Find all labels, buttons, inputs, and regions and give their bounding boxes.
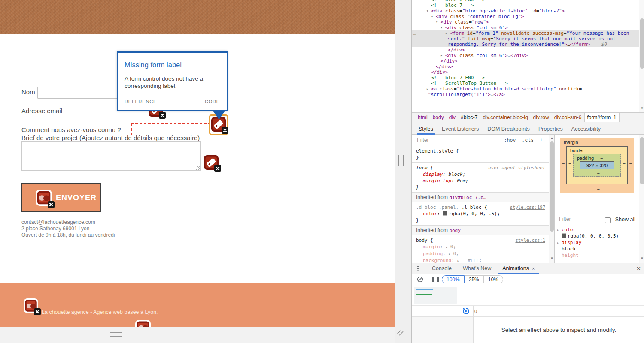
dismiss-x-icon[interactable] (34, 308, 41, 315)
collapse-arrow-icon[interactable]: ▾ (431, 14, 433, 18)
css-property[interactable]: padding (423, 251, 443, 256)
playback-rate-10[interactable]: 10% (484, 275, 503, 283)
css-value[interactable]: 0; (450, 244, 456, 250)
border-right-value[interactable]: − (623, 161, 626, 166)
dom-tree-row[interactable]: responding, Sorry for the inconvenience!… (412, 42, 639, 47)
padding-bottom-value[interactable]: − (597, 171, 600, 176)
css-value[interactable]: rgba(0, 0, 0, .5); (449, 211, 500, 217)
expand-arrow-icon[interactable]: ▸ (557, 227, 559, 233)
scrollbar-thumb[interactable] (640, 18, 644, 69)
dom-tree-row[interactable]: </div> (412, 69, 639, 75)
color-swatch[interactable] (443, 211, 447, 216)
margin-left-value[interactable]: − (562, 161, 565, 166)
dom-tree-row[interactable]: <!-- bloc-7 END --> (412, 75, 639, 81)
collapse-arrow-icon[interactable]: ▾ (440, 25, 443, 30)
breadcrumb-item[interactable]: body (430, 113, 447, 122)
css-property[interactable]: color (423, 211, 437, 217)
dom-tree-row[interactable]: </div> (412, 47, 639, 53)
dom-tree-row[interactable]: sent." fail-msg="Sorry it seems that our… (412, 36, 639, 42)
margin-right-value[interactable]: − (629, 161, 632, 166)
tab-accessibility[interactable]: Accessibility (567, 123, 605, 135)
animation-group-preview[interactable] (414, 287, 457, 304)
drawer-tab-console[interactable]: Console (426, 263, 457, 274)
css-selector[interactable]: .d-bloc .panel, (416, 205, 459, 210)
dom-tree-row[interactable]: "scrollToTarget('1')">…</a> (412, 92, 639, 97)
drag-handle-icon[interactable] (110, 332, 122, 337)
css-selector[interactable]: .l-bloc (459, 205, 481, 210)
playback-rate-25[interactable]: 25% (465, 275, 484, 283)
wave-contrast-icon[interactable] (36, 190, 52, 206)
dom-tree-row[interactable]: …▸<form id="form_1" novalidate success-m… (412, 30, 639, 36)
dom-tree-row[interactable]: </div> (412, 58, 639, 64)
dom-tree-row[interactable]: </div> (412, 64, 639, 69)
css-property[interactable]: background (423, 258, 451, 263)
tab-properties[interactable]: Properties (534, 123, 567, 135)
computed-property[interactable]: ▸display (555, 239, 639, 246)
css-value[interactable]: block; (449, 172, 466, 177)
css-declaration[interactable]: background: ▸ #FFF; (412, 257, 549, 263)
dom-tree-row[interactable]: ▾<div class="container bloc-lg"> (412, 14, 639, 19)
filter-button[interactable]: + (540, 137, 543, 143)
wave-error-tag-icon-textarea[interactable] (204, 155, 219, 170)
resize-grip-icon[interactable] (196, 166, 200, 170)
expand-arrow-icon[interactable]: ▸ (445, 31, 447, 35)
tab-dom-breakpoints[interactable]: DOM Breakpoints (483, 123, 534, 135)
dismiss-x-icon[interactable] (159, 112, 166, 119)
css-property[interactable]: margin (423, 244, 440, 250)
css-value[interactable]: #FFF; (468, 258, 482, 263)
dom-tree-row[interactable]: ▾<div class="bloc bgc-white l-bloc" id="… (412, 8, 639, 14)
filter-button[interactable]: .cls (522, 137, 534, 143)
clear-all-icon[interactable] (417, 276, 423, 284)
pane-divider[interactable] (395, 0, 412, 343)
stylesheet-link[interactable]: user agent stylesheet (488, 165, 545, 171)
brief-textarea[interactable] (21, 141, 201, 171)
border-left-value[interactable]: − (568, 161, 571, 166)
styles-filter-input[interactable]: Filter (417, 137, 429, 143)
drawer-tab-animations[interactable]: Animations× (497, 263, 540, 274)
css-declaration[interactable]: display: block; (412, 171, 549, 178)
margin-top-value[interactable]: − (597, 139, 600, 144)
scrollbar-thumb[interactable] (640, 137, 644, 184)
padding-right-value[interactable]: − (616, 162, 619, 167)
dom-tree-row[interactable]: <!-- ScrollToTop Button --> (412, 81, 639, 86)
connu-input-highlighted[interactable] (131, 123, 211, 135)
color-swatch[interactable] (562, 233, 566, 238)
css-selector[interactable]: body (416, 238, 428, 243)
pause-icon[interactable] (432, 277, 439, 282)
expand-arrow-icon[interactable]: ▸ (557, 240, 559, 246)
playback-rate-100[interactable]: 100% (442, 275, 465, 283)
inherited-node-link[interactable]: div#bloc-7.b… (449, 195, 486, 200)
stylesheet-link[interactable]: style.css:1 (515, 237, 545, 244)
tab-event-listeners[interactable]: Event Listeners (437, 123, 483, 135)
border-bottom-value[interactable]: − (597, 178, 600, 184)
css-value[interactable]: 0em; (457, 178, 468, 184)
dom-tree-row[interactable]: ▸<div class="col-sm-6">…</div> (412, 53, 639, 58)
envoyer-button[interactable]: ENVOYER (21, 183, 101, 212)
scroll-down-icon[interactable]: ▼ (639, 106, 644, 110)
box-model-content[interactable]: 922 × 320 (580, 161, 614, 169)
margin-bottom-value[interactable]: − (597, 187, 600, 192)
expand-arrow-icon[interactable]: ▸ (457, 259, 462, 263)
computed-property[interactable]: ▸color (555, 226, 639, 233)
expand-arrow-icon[interactable]: ▸ (446, 245, 450, 249)
stylesheet-link[interactable]: style.css:197 (510, 204, 545, 211)
collapse-arrow-icon[interactable]: ▾ (426, 9, 428, 13)
show-all-checkbox[interactable] (605, 217, 611, 223)
drawer-close-icon[interactable]: ✕ (636, 265, 641, 272)
corner-resize-icon[interactable] (395, 328, 405, 338)
dismiss-x-icon[interactable] (214, 165, 221, 172)
replay-icon[interactable] (462, 307, 470, 315)
breadcrumb-item[interactable]: div.container.bloc-lg (480, 113, 530, 122)
inherited-node-link[interactable]: body (449, 228, 461, 233)
expand-arrow-icon[interactable]: ▸ (440, 53, 443, 57)
computed-scrollbar[interactable]: ▼ (639, 135, 644, 263)
tab-close-icon[interactable]: × (532, 266, 535, 271)
dom-tree-row[interactable]: ▾<div class="row"> (412, 19, 639, 25)
padding-left-value[interactable]: − (575, 162, 578, 167)
css-selector[interactable]: form (416, 165, 428, 171)
computed-filter-input[interactable]: Filter (559, 216, 571, 222)
tooltip-code-link[interactable]: CODE (205, 99, 220, 104)
breadcrumb-item[interactable]: div.col-sm-6 (552, 113, 584, 122)
styles-scrollbar[interactable]: ▲ ▼ (549, 135, 554, 263)
filter-button[interactable]: :hov (504, 137, 516, 143)
